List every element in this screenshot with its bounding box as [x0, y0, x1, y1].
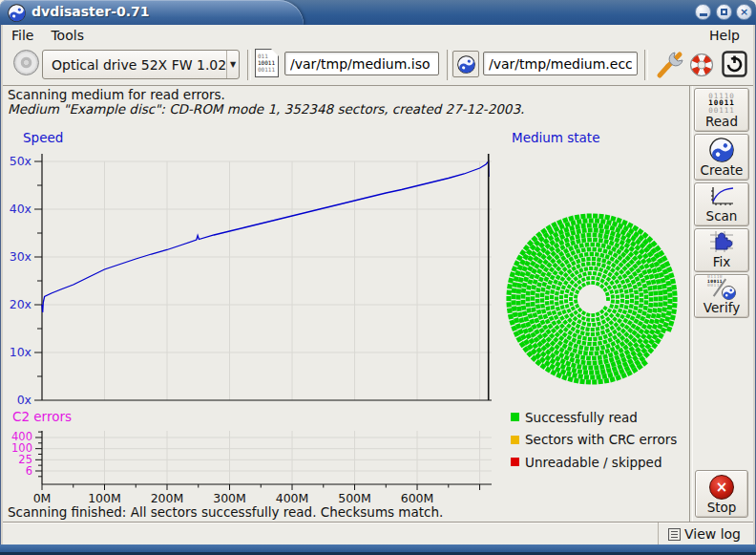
scan-result-text: Scanning finished: All sectors successfu…: [8, 504, 443, 520]
stop-button[interactable]: × Stop: [695, 470, 748, 518]
svg-text:600M: 600M: [401, 491, 434, 505]
chevron-down-icon[interactable]: ▼: [226, 51, 239, 78]
svg-text:30x: 30x: [10, 249, 32, 264]
window-border-bottom: [0, 544, 756, 552]
minimize-button[interactable]: [695, 4, 711, 20]
stop-x-icon: ×: [709, 475, 734, 500]
cd-drive-icon: [13, 50, 39, 75]
ecc-file-yinyang-icon: [452, 51, 479, 77]
close-button[interactable]: ×: [736, 4, 752, 20]
speed-chart: 0x10x20x30x40x50x: [8, 127, 500, 406]
power-quit-icon[interactable]: [722, 51, 747, 77]
app-logo-yinyang-icon: [8, 4, 26, 22]
lifesaver-help-icon[interactable]: [687, 51, 716, 79]
scan-button[interactable]: Scan: [694, 182, 749, 226]
medium-state-disc: [503, 210, 681, 388]
binary-rows-icon: 01110 10011 00111: [708, 93, 735, 115]
drive-selector-value: Optical drive 52X FW 1.02: [43, 57, 226, 73]
medium-state-legend: Successfully read Sectors with CRC error…: [511, 406, 677, 474]
legend-item-bad: Unreadable / skipped: [511, 451, 677, 474]
svg-text:200M: 200M: [151, 491, 184, 505]
bad-swatch-icon: [511, 458, 519, 466]
toolbar-separator: [447, 50, 451, 80]
log-list-icon: [668, 528, 681, 541]
menu-help[interactable]: Help: [696, 27, 753, 44]
svg-text:10x: 10x: [10, 345, 32, 359]
chart-curve-icon: [708, 185, 735, 208]
good-swatch-icon: [511, 413, 519, 421]
titlebar[interactable]: dvdisaster-0.71 ×: [0, 0, 756, 26]
status-line-1: Scanning medium for read errors.: [8, 87, 225, 102]
create-button[interactable]: Create: [694, 134, 749, 181]
toolbar-separator: [247, 50, 251, 80]
wrench-preferences-icon[interactable]: [656, 50, 684, 80]
status-line-2: Medium "Example disc": CD-ROM mode 1, 35…: [8, 101, 524, 117]
crc-swatch-icon: [511, 436, 519, 444]
svg-text:400: 400: [11, 430, 32, 443]
drive-selector[interactable]: Optical drive 52X FW 1.02 ▼: [42, 50, 240, 79]
svg-text:100M: 100M: [88, 491, 121, 505]
svg-text:20x: 20x: [10, 297, 32, 311]
svg-text:500M: 500M: [338, 491, 371, 505]
read-button[interactable]: 01110 10011 00111 Read: [694, 88, 749, 132]
menu-file[interactable]: File: [3, 27, 42, 44]
maximize-button[interactable]: [716, 4, 732, 20]
fix-button[interactable]: Fix: [694, 228, 749, 272]
toolbar-separator: [644, 50, 648, 80]
menubar: File Tools Help: [3, 25, 753, 45]
c2-errors-chart: 6251004000M100M200M300M400M500M600M: [8, 423, 500, 511]
iso-path-input[interactable]: [284, 52, 439, 75]
statusbar: View log: [3, 522, 753, 545]
binary-check-icon: 01110 10011 00111: [707, 275, 736, 300]
ecc-path-input[interactable]: [483, 52, 638, 75]
sidebar-separator: [689, 86, 693, 522]
svg-text:40x: 40x: [10, 202, 32, 216]
c2-errors-title: C2 errors: [12, 409, 72, 424]
legend-item-crc: Sectors with CRC errors: [511, 429, 677, 452]
svg-text:0x: 0x: [17, 393, 32, 406]
svg-text:50x: 50x: [10, 154, 32, 168]
window-border-left: [0, 25, 3, 544]
menu-tools[interactable]: Tools: [42, 27, 93, 44]
legend-item-good: Successfully read: [511, 406, 677, 429]
yinyang-icon: [709, 138, 734, 162]
svg-text:0M: 0M: [33, 491, 52, 505]
verify-button[interactable]: 01110 10011 00111 Verify: [694, 274, 749, 318]
window-title: dvdisaster-0.71: [32, 4, 150, 19]
medium-state-title: Medium state: [512, 130, 599, 145]
image-file-icon: 011 10011 00111: [255, 49, 279, 77]
toolbar: Optical drive 52X FW 1.02 ▼ 011 10011 00…: [3, 45, 753, 86]
dvdisaster-window: dvdisaster-0.71 × File Tools Help Optica…: [0, 0, 756, 555]
svg-text:300M: 300M: [213, 491, 246, 505]
view-log-button[interactable]: View log: [658, 523, 749, 545]
svg-text:400M: 400M: [276, 491, 309, 505]
puzzle-piece-icon: [708, 229, 735, 254]
